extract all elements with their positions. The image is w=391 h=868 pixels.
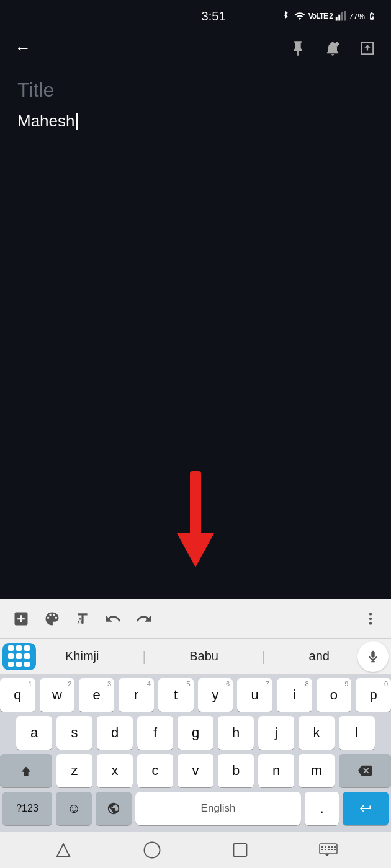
note-title-input[interactable]: Mahesh bbox=[17, 112, 374, 131]
key-row-2: a s d f g h j k l bbox=[0, 716, 391, 750]
status-icons: VoLTE 2 77% bbox=[280, 11, 376, 22]
battery-icon: 77% bbox=[349, 12, 365, 21]
bluetooth-icon bbox=[280, 11, 291, 22]
pin-icon[interactable] bbox=[289, 40, 307, 57]
save-icon[interactable] bbox=[359, 40, 376, 57]
key-c[interactable]: c bbox=[137, 754, 173, 787]
key-row-3: z x c v b n m bbox=[0, 754, 391, 787]
svg-rect-12 bbox=[321, 846, 323, 848]
backspace-key[interactable] bbox=[339, 754, 391, 787]
key-x[interactable]: x bbox=[97, 754, 133, 787]
wifi-icon bbox=[294, 11, 306, 22]
suggestion-1[interactable]: Khimji bbox=[58, 647, 106, 666]
note-area: Title Mahesh bbox=[0, 66, 391, 389]
nav-home-icon[interactable] bbox=[143, 841, 161, 859]
nav-keyboard-icon[interactable] bbox=[319, 843, 338, 857]
redo-icon[interactable] bbox=[135, 610, 153, 627]
svg-point-9 bbox=[144, 843, 160, 858]
key-d[interactable]: d bbox=[97, 716, 133, 750]
svg-point-5 bbox=[369, 613, 372, 615]
key-j[interactable]: j bbox=[258, 716, 294, 750]
svg-rect-2 bbox=[341, 12, 343, 21]
text-cursor bbox=[76, 113, 78, 130]
shift-key[interactable] bbox=[0, 754, 52, 787]
key-i[interactable]: 8i bbox=[277, 678, 312, 712]
text-format-icon[interactable]: A bbox=[74, 611, 91, 627]
note-title-label: Title bbox=[17, 79, 374, 102]
svg-text:A: A bbox=[77, 616, 83, 626]
key-y[interactable]: 6y bbox=[198, 678, 233, 712]
emoji-suggestions-button[interactable] bbox=[2, 643, 36, 670]
suggestion-words: Khimji | Babu | and bbox=[40, 647, 355, 666]
bottom-nav bbox=[0, 832, 391, 868]
key-o[interactable]: 9o bbox=[317, 678, 352, 712]
svg-rect-10 bbox=[233, 844, 246, 857]
suggestion-2[interactable]: Babu bbox=[182, 647, 226, 666]
note-title-text: Mahesh bbox=[17, 112, 75, 131]
back-button[interactable]: ← bbox=[15, 38, 31, 58]
key-row-1: 1q 2w 3e 4r 5t 6y 7u 8i 9o 0p bbox=[0, 678, 391, 712]
svg-rect-21 bbox=[334, 849, 336, 850]
key-q[interactable]: 1q bbox=[0, 678, 35, 712]
space-key[interactable]: English bbox=[135, 792, 301, 825]
bell-add-icon[interactable] bbox=[324, 40, 341, 57]
emoji-key[interactable]: ☺ bbox=[56, 792, 92, 825]
key-u[interactable]: 7u bbox=[237, 678, 272, 712]
nav-recent-icon[interactable] bbox=[231, 841, 249, 859]
suggestions-bar: Khimji | Babu | and bbox=[0, 639, 391, 675]
svg-rect-16 bbox=[334, 846, 336, 848]
status-bar: 3:51 VoLTE 2 77% bbox=[0, 0, 391, 30]
svg-rect-13 bbox=[325, 846, 326, 848]
period-key[interactable]: . bbox=[305, 792, 339, 825]
key-e[interactable]: 3e bbox=[79, 678, 114, 712]
microphone-button[interactable] bbox=[357, 641, 389, 672]
globe-key[interactable] bbox=[96, 792, 132, 825]
svg-rect-15 bbox=[331, 846, 333, 848]
svg-rect-20 bbox=[331, 849, 333, 850]
key-r[interactable]: 4r bbox=[119, 678, 154, 712]
palette-icon[interactable] bbox=[43, 610, 61, 627]
key-m[interactable]: m bbox=[299, 754, 335, 787]
signal-icon bbox=[335, 11, 346, 22]
arrow-head bbox=[177, 533, 214, 567]
key-l[interactable]: l bbox=[339, 716, 375, 750]
svg-rect-18 bbox=[325, 849, 326, 850]
keyboard: 1q 2w 3e 4r 5t 6y 7u 8i 9o 0p a s d f g … bbox=[0, 675, 391, 832]
status-time: 3:51 bbox=[147, 9, 279, 24]
svg-rect-0 bbox=[336, 17, 338, 21]
key-b[interactable]: b bbox=[218, 754, 254, 787]
svg-rect-19 bbox=[328, 849, 330, 850]
undo-icon[interactable] bbox=[104, 610, 122, 627]
action-bar: ← bbox=[0, 30, 391, 66]
key-t[interactable]: 5t bbox=[158, 678, 194, 712]
suggestion-3[interactable]: and bbox=[302, 647, 337, 666]
symbols-key[interactable]: ?123 bbox=[2, 792, 52, 825]
svg-rect-3 bbox=[344, 11, 346, 21]
key-h[interactable]: h bbox=[218, 716, 254, 750]
key-a[interactable]: a bbox=[16, 716, 52, 750]
key-v[interactable]: v bbox=[178, 754, 213, 787]
keyboard-toolbar: A bbox=[0, 599, 391, 639]
key-k[interactable]: k bbox=[299, 716, 335, 750]
more-options-icon[interactable] bbox=[362, 611, 379, 627]
nav-back-icon[interactable] bbox=[54, 841, 73, 859]
key-p[interactable]: 0p bbox=[356, 678, 391, 712]
svg-rect-17 bbox=[321, 849, 323, 850]
volte-icon: VoLTE 2 bbox=[308, 12, 333, 20]
red-arrow bbox=[177, 471, 214, 567]
key-z[interactable]: z bbox=[56, 754, 92, 787]
svg-point-7 bbox=[369, 622, 372, 624]
arrow-shaft bbox=[190, 471, 201, 533]
svg-rect-14 bbox=[328, 846, 330, 848]
key-g[interactable]: g bbox=[178, 716, 213, 750]
svg-rect-1 bbox=[338, 15, 340, 21]
key-n[interactable]: n bbox=[258, 754, 294, 787]
add-toolbar-icon[interactable] bbox=[12, 610, 30, 627]
svg-point-6 bbox=[369, 617, 372, 619]
enter-key[interactable] bbox=[343, 792, 389, 825]
key-f[interactable]: f bbox=[137, 716, 173, 750]
key-row-4: ?123 ☺ English . bbox=[0, 792, 391, 825]
charging-icon bbox=[367, 11, 376, 22]
key-w[interactable]: 2w bbox=[40, 678, 75, 712]
key-s[interactable]: s bbox=[56, 716, 92, 750]
